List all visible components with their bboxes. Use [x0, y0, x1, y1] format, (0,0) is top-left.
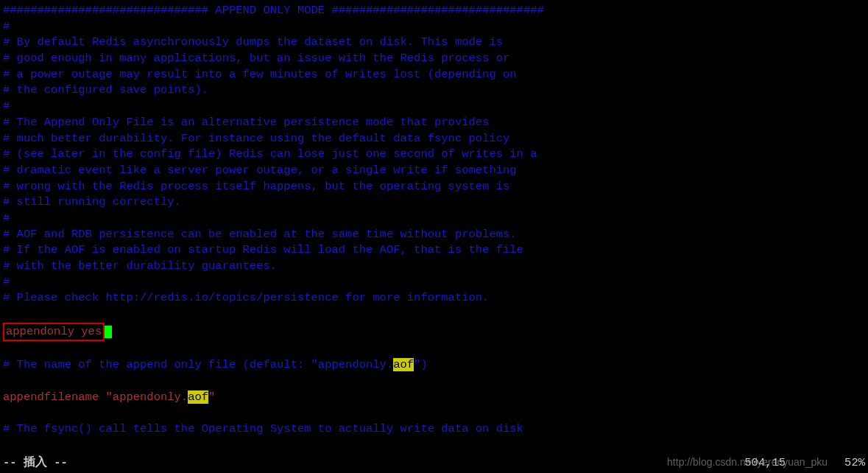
comment-line: # (see later in the config file) Redis c… [3, 147, 865, 163]
comment-line: # with the better durability guarantees. [3, 259, 865, 275]
blank-line [3, 306, 865, 323]
comment-line: # the configured save points). [3, 83, 865, 99]
comment-header: ############################## APPEND ON… [3, 3, 865, 19]
comment-line: # [3, 275, 865, 291]
config-value: appendonly. [113, 390, 188, 404]
config-key: appendfilename [3, 390, 106, 404]
comment-line: # wrong with the Redis process itself ha… [3, 179, 865, 195]
cursor [105, 326, 112, 338]
quote: " [208, 390, 215, 404]
comment-line: # [3, 211, 865, 227]
comment-line: # still running correctly. [3, 195, 865, 211]
comment-line: # good enough in many applications, but … [3, 51, 865, 67]
comment-line: # [3, 19, 865, 35]
blank-line [3, 341, 865, 357]
comment-line: # AOF and RDB persistence can be enabled… [3, 227, 865, 243]
comment-line: # [3, 99, 865, 115]
comment-line: # The name of the append only file (defa… [3, 357, 865, 374]
search-highlight: aof [188, 390, 208, 404]
comment-line: # a power outage may result into a few m… [3, 67, 865, 83]
comment-line: # The fsync() call tells the Operating S… [3, 421, 865, 438]
quote: " [106, 390, 113, 404]
vim-mode-indicator: -- 插入 -- [3, 455, 68, 472]
comment-line: # The Append Only File is an alternative… [3, 115, 865, 131]
comment-line: # Please check http://redis.io/topics/pe… [3, 290, 865, 306]
comment-line: # If the AOF is enabled on startup Redis… [3, 242, 865, 259]
comment-text: # The name of the append only file (defa… [3, 358, 393, 371]
appendonly-setting: appendonly yes [3, 323, 105, 342]
blank-line [3, 374, 865, 390]
config-appendonly-line[interactable]: appendonly yes [3, 323, 865, 342]
comment-text: ") [414, 358, 428, 371]
watermark: http://blog.csdn.net/yerenyuan_pku [667, 455, 828, 470]
search-highlight: aof [393, 358, 414, 371]
comment-line: # dramatic event like a server power out… [3, 163, 865, 179]
comment-line: # By default Redis asynchronously dumps … [3, 35, 865, 51]
comment-line: # much better durability. For instance u… [3, 131, 865, 147]
blank-line [3, 405, 865, 421]
config-appendfilename-line[interactable]: appendfilename "appendonly.aof" [3, 390, 865, 406]
scroll-percent: 52% [844, 455, 865, 472]
